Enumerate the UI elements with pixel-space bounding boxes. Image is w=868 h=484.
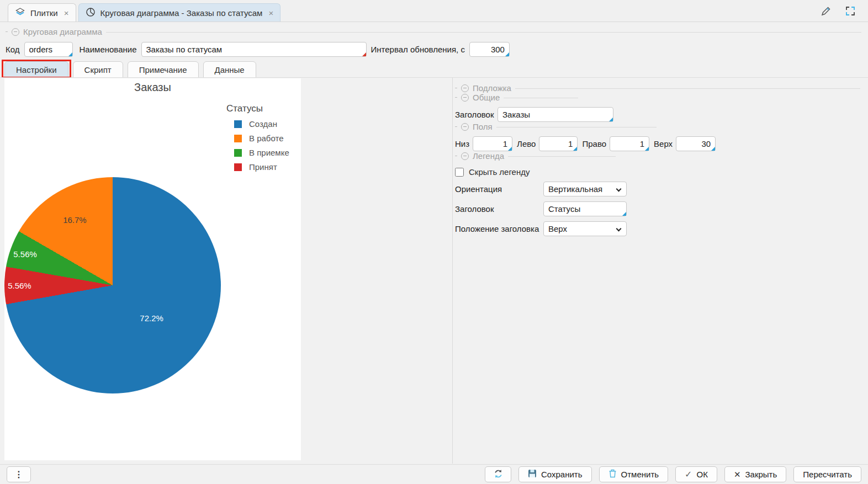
section-title: Поля <box>473 122 493 131</box>
section-title: Подложка <box>473 83 511 93</box>
chart-title-label: Заголовок <box>455 110 497 119</box>
section-backdrop: Подложка <box>455 83 860 93</box>
general-title-row: Заголовок <box>455 107 860 122</box>
tab-script[interactable]: Скрипт <box>73 61 123 78</box>
window-tab-label: Плитки <box>30 8 58 18</box>
legend-swatch <box>234 120 242 128</box>
ok-label: ОК <box>697 470 708 479</box>
window-tab-pie-chart[interactable]: Круговая диаграмма - Заказы по статусам … <box>78 3 281 22</box>
margin-bottom-label: Низ <box>455 139 469 148</box>
chart-legend: Статусы Создан В работе В приемке Принят <box>226 103 298 172</box>
more-menu-button[interactable]: ⋮ <box>7 466 31 482</box>
section-line <box>504 98 578 98</box>
close-x-icon: ✕ <box>734 470 741 480</box>
name-input[interactable] <box>141 42 367 57</box>
content: Заказы Статусы Создан В работе В приемке… <box>0 77 868 464</box>
modified-marker-icon <box>68 52 72 56</box>
window-tab-tiles[interactable]: Плитки × <box>8 3 76 22</box>
ok-button[interactable]: ✓ ОК <box>675 466 717 482</box>
modified-marker-icon <box>645 147 649 151</box>
hide-legend-row: Скрыть легенду <box>455 167 860 177</box>
recalculate-label: Пересчитать <box>803 470 852 479</box>
margins-row: Низ Лево Право Верх <box>455 136 860 151</box>
tab-data[interactable]: Данные <box>203 61 256 78</box>
title-position-label: Положение заголовка <box>455 224 543 233</box>
collapse-icon[interactable] <box>12 28 19 36</box>
collapse-icon[interactable] <box>461 123 469 131</box>
margin-top-input[interactable] <box>676 136 716 151</box>
collapse-icon[interactable] <box>461 152 469 160</box>
interval-input[interactable] <box>469 42 510 57</box>
orientation-select[interactable]: Вертикальная <box>543 182 627 196</box>
tabbar-actions <box>819 4 868 18</box>
edit-pencil-icon[interactable] <box>819 4 833 18</box>
slice-label: 16.7% <box>63 215 87 225</box>
legend-label: Принят <box>249 162 277 172</box>
legend-label: Создан <box>249 119 277 129</box>
legend-label: В работе <box>249 134 284 143</box>
close-icon[interactable]: × <box>268 8 273 18</box>
legend-swatch <box>234 135 242 142</box>
chart-title: Заказы <box>4 81 301 94</box>
hide-legend-checkbox[interactable] <box>455 168 464 177</box>
pie-chart-icon <box>86 7 96 19</box>
chart-preview-canvas: Заказы Статусы Создан В работе В приемке… <box>4 78 301 460</box>
pie-chart: 72.2% 16.7% 5.56% 5.56% <box>4 177 221 393</box>
dash-decoration <box>6 31 8 32</box>
margin-bottom-input[interactable] <box>473 136 512 151</box>
close-icon[interactable]: × <box>64 8 69 18</box>
trash-icon <box>608 469 617 480</box>
chart-title-input[interactable] <box>497 107 613 122</box>
interval-field-wrap <box>469 42 510 57</box>
title-position-select[interactable]: Верх <box>543 221 627 236</box>
orientation-row: Ориентация Вертикальная <box>455 182 860 196</box>
legend-title-label: Заголовок <box>455 204 543 214</box>
section-margins: Поля <box>455 122 860 131</box>
fullscreen-icon[interactable] <box>844 4 857 18</box>
margin-left-label: Лево <box>517 139 536 148</box>
legend-swatch <box>234 163 242 171</box>
save-label: Сохранить <box>541 470 583 479</box>
section-line <box>515 88 860 89</box>
margin-right-label: Право <box>582 139 606 148</box>
legend-title-input[interactable] <box>543 201 627 216</box>
modified-marker-icon <box>609 118 613 121</box>
name-label: Наименование <box>80 45 137 54</box>
groupbox-line <box>106 32 861 33</box>
margin-right-input[interactable] <box>610 136 649 151</box>
orientation-value: Вертикальная <box>548 184 602 194</box>
name-field-wrap <box>141 42 367 57</box>
code-input[interactable] <box>24 42 73 57</box>
layers-icon <box>15 8 25 18</box>
chevron-down-icon <box>616 187 622 192</box>
margin-top-wrap <box>676 136 716 151</box>
margin-left-wrap <box>539 136 578 151</box>
margin-top-label: Верх <box>654 139 673 148</box>
section-legend: Легенда <box>455 151 860 161</box>
cancel-button[interactable]: Отменить <box>599 466 669 482</box>
close-label: Закрыть <box>745 470 777 479</box>
save-button[interactable]: Сохранить <box>518 466 592 482</box>
legend-title-row: Заголовок <box>455 201 860 216</box>
groupbox-pie-chart: Круговая диаграмма <box>6 27 861 36</box>
subtabs: Настройки Скрипт Примечание Данные <box>4 61 256 78</box>
legend-item: В приемке <box>226 148 298 157</box>
chart-title-field-wrap <box>497 107 613 122</box>
section-line <box>508 156 616 157</box>
legend-title: Статусы <box>226 103 298 114</box>
modified-marker-icon <box>711 147 715 151</box>
close-button[interactable]: ✕ Закрыть <box>724 466 786 482</box>
recalculate-button[interactable]: Пересчитать <box>793 466 861 482</box>
dash-decoration <box>455 156 457 156</box>
collapse-icon[interactable] <box>461 94 469 102</box>
tab-settings[interactable]: Настройки <box>4 61 68 78</box>
margin-left-input[interactable] <box>539 136 578 151</box>
tab-note[interactable]: Примечание <box>128 61 199 78</box>
refresh-button[interactable] <box>485 466 511 482</box>
modified-marker-icon <box>622 212 626 216</box>
hide-legend-label: Скрыть легенду <box>469 167 530 177</box>
code-field-wrap <box>24 42 73 57</box>
legend-item: Создан <box>226 119 298 129</box>
collapse-icon[interactable] <box>461 84 469 92</box>
tab-label: Настройки <box>16 65 57 75</box>
